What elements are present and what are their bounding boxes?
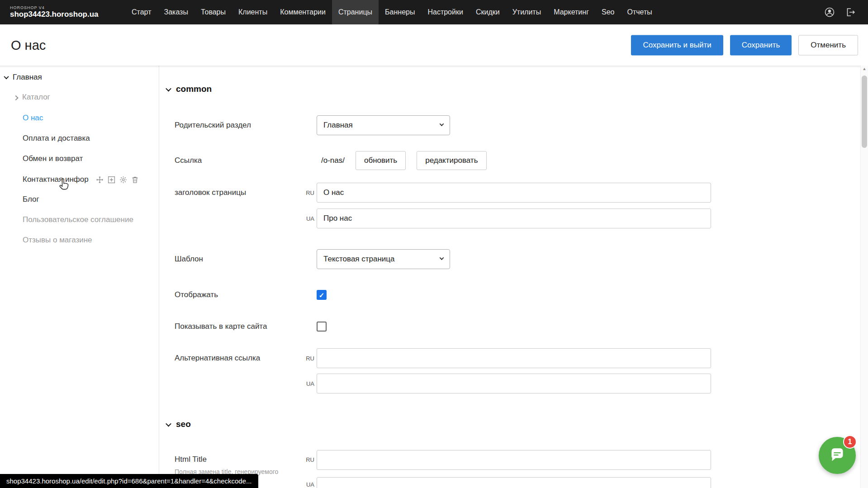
tree-item-label: Каталог: [22, 93, 50, 102]
tree-item-katalog[interactable]: Каталог: [14, 93, 50, 102]
chevron-down-icon: [166, 85, 171, 91]
chevron-right-icon: [13, 95, 18, 100]
lang-badge-ua: UA: [289, 481, 314, 488]
menu-item-banners[interactable]: Баннеры: [379, 0, 421, 24]
lang-badge-ru: RU: [289, 190, 314, 196]
section-common[interactable]: common: [166, 84, 212, 94]
move-icon[interactable]: [96, 176, 104, 184]
chat-bubble-icon: [828, 446, 846, 464]
link-row: /o-nas/ обновить редактировать: [321, 151, 487, 170]
template-label: Шаблон: [175, 255, 203, 264]
tree-item-glavnaya[interactable]: Главная: [5, 73, 42, 82]
tree-item-label: Блог: [23, 195, 39, 204]
section-seo[interactable]: seo: [166, 419, 191, 429]
display-label: Отображать: [175, 290, 218, 299]
menu-item-settings[interactable]: Настройки: [421, 0, 469, 24]
menu-item-comments[interactable]: Комментарии: [274, 0, 332, 24]
template-select[interactable]: Текстовая страница: [317, 249, 450, 269]
menu-item-products[interactable]: Товары: [194, 0, 232, 24]
topbar: HOROSHOP V4 shop34423.horoshop.ua Старт …: [0, 0, 868, 24]
alt-link-ua-input[interactable]: [317, 374, 711, 393]
lang-badge-ua: UA: [289, 215, 314, 222]
tree-item-obmen[interactable]: Обмен и возврат: [23, 154, 83, 163]
main-menu: Старт Заказы Товары Клиенты Комментарии …: [125, 0, 659, 24]
section-title: seo: [176, 419, 191, 429]
scroll-up-icon[interactable]: ▲: [861, 66, 868, 71]
check-icon: ✓: [319, 292, 325, 298]
tree-item-blog[interactable]: Блог: [23, 195, 39, 204]
menu-item-pages[interactable]: Страницы: [332, 0, 379, 24]
add-page-icon[interactable]: [108, 176, 115, 184]
chevron-down-icon: [440, 256, 444, 260]
page-title: О нас: [11, 38, 46, 52]
menu-item-utilities[interactable]: Утилиты: [506, 0, 548, 24]
page-tree-sidebar: Главная Каталог О нас Оплата и доставка …: [0, 66, 159, 488]
link-label: Ссылка: [175, 156, 202, 165]
tree-item-label: Отзывы о магазине: [23, 236, 92, 245]
chat-unread-badge: 1: [843, 435, 857, 449]
tree-item-label: Пользовательское соглашение: [23, 215, 133, 224]
link-path-value: /o-nas/: [321, 156, 345, 165]
tree-item-label: Обмен и возврат: [23, 154, 83, 163]
status-url-bar: shop34423.horoshop.ua/edit/edit.php?id=6…: [0, 474, 258, 488]
save-button[interactable]: Сохранить: [730, 35, 792, 55]
menu-item-start[interactable]: Старт: [125, 0, 157, 24]
sitemap-label: Показывать в карте сайта: [175, 322, 267, 331]
trash-icon[interactable]: [131, 176, 139, 184]
lang-badge-ru: RU: [289, 355, 314, 362]
tree-item-label: О нас: [23, 114, 43, 123]
html-title-ru-input[interactable]: [317, 450, 711, 470]
tree-item-label: Контактная инфор: [23, 175, 89, 184]
page-title-ua-input[interactable]: [317, 208, 711, 228]
section-title: common: [176, 84, 212, 94]
menu-item-clients[interactable]: Клиенты: [232, 0, 274, 24]
page-header: О нас Сохранить и выйти Сохранить Отмени…: [0, 24, 868, 66]
lang-badge-ru: RU: [289, 456, 314, 463]
header-buttons: Сохранить и выйти Сохранить Отменить: [631, 35, 858, 55]
save-and-exit-button[interactable]: Сохранить и выйти: [631, 35, 723, 55]
lang-badge-ua: UA: [289, 380, 314, 387]
logo-domain: shop34423.horoshop.ua: [10, 10, 125, 19]
link-update-button[interactable]: обновить: [356, 151, 406, 170]
tree-item-label: Оплата и доставка: [23, 134, 90, 143]
logout-icon[interactable]: [844, 6, 856, 18]
tree-item-actions: [96, 176, 139, 184]
chevron-down-icon: [166, 421, 171, 426]
app-logo[interactable]: HOROSHOP V4 shop34423.horoshop.ua: [10, 6, 125, 19]
page-title-ru-input[interactable]: [317, 183, 711, 203]
cancel-button[interactable]: Отменить: [798, 35, 858, 55]
display-checkbox[interactable]: ✓: [317, 290, 327, 300]
scrollbar-thumb[interactable]: [862, 76, 867, 148]
link-edit-button[interactable]: редактировать: [417, 151, 486, 170]
tree-item-kontakty[interactable]: Контактная инфор: [23, 175, 139, 184]
tree-item-oplata[interactable]: Оплата и доставка: [23, 134, 90, 143]
menu-item-orders[interactable]: Заказы: [157, 0, 194, 24]
tree-item-otzyvy[interactable]: Отзывы о магазине: [23, 236, 92, 245]
chat-widget-button[interactable]: 1: [819, 437, 856, 474]
alt-link-label: Альтернативная ссылка: [175, 354, 260, 363]
menu-item-reports[interactable]: Отчеты: [621, 0, 658, 24]
gear-icon[interactable]: [119, 176, 127, 184]
parent-section-label: Родительский раздел: [175, 121, 251, 130]
tree-item-soglashenie[interactable]: Пользовательское соглашение: [23, 215, 133, 224]
parent-section-select[interactable]: Главная: [317, 115, 450, 135]
chevron-down-icon: [440, 122, 444, 126]
alt-link-ru-input[interactable]: [317, 348, 711, 368]
html-title-ua-input[interactable]: [317, 477, 711, 488]
menu-item-seo[interactable]: Seo: [595, 0, 621, 24]
chevron-down-icon: [4, 74, 9, 79]
menu-item-discounts[interactable]: Скидки: [470, 0, 506, 24]
tree-item-o-nas[interactable]: О нас: [23, 114, 43, 123]
page-title-label: заголовок страницы: [175, 188, 246, 197]
page-edit-form: [160, 66, 860, 488]
topbar-right: [824, 6, 856, 18]
tree-item-label: Главная: [13, 73, 42, 82]
vertical-scrollbar: ▲: [860, 66, 868, 488]
user-account-icon[interactable]: [824, 6, 835, 18]
html-title-label: Html Title: [175, 455, 207, 464]
sitemap-checkbox[interactable]: ✓: [317, 322, 327, 332]
menu-item-marketing[interactable]: Маркетинг: [547, 0, 595, 24]
select-value: Главная: [323, 121, 353, 130]
select-value: Текстовая страница: [323, 255, 395, 264]
header-shadow: [0, 66, 868, 68]
